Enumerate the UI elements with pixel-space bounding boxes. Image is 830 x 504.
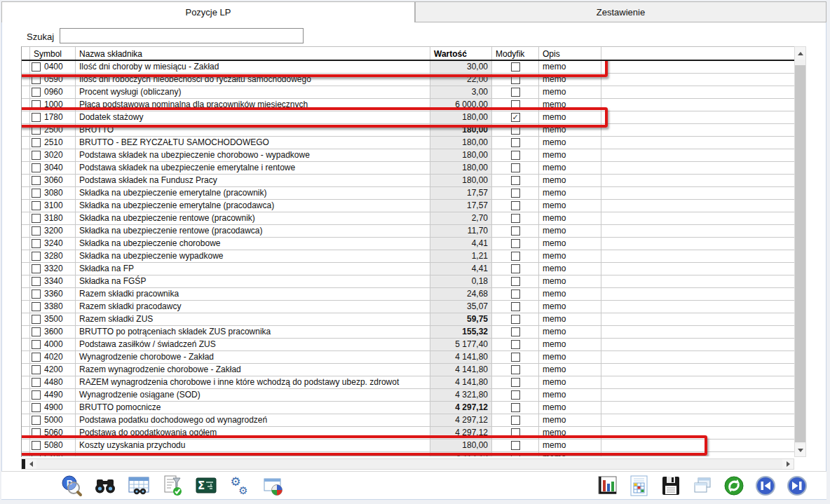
- header-modify[interactable]: Modyfik: [492, 47, 539, 60]
- table-row[interactable]: 3080 Składka na ubezpieczenie emerytalne…: [22, 187, 794, 200]
- skip-to-first-button[interactable]: [753, 473, 778, 498]
- value-cell[interactable]: 17,57: [430, 200, 492, 212]
- vertical-scrollbar[interactable]: [794, 46, 806, 457]
- row-select-checkbox[interactable]: [32, 315, 41, 324]
- value-cell[interactable]: 4 297,12: [430, 427, 492, 440]
- table-row[interactable]: 1780 Dodatek stażowy 180,00 memo: [22, 111, 794, 124]
- table-row[interactable]: 4020 Wynagrodzenie chorobowe - Zakład 4 …: [22, 351, 794, 364]
- row-select-checkbox[interactable]: [32, 151, 41, 160]
- modify-checkbox[interactable]: [511, 239, 520, 248]
- modify-checkbox[interactable]: [511, 277, 520, 286]
- table-row[interactable]: 3240 Składka na ubezpieczenie chorobowe …: [22, 238, 794, 250]
- value-cell[interactable]: 6 000,00: [430, 99, 492, 111]
- row-select-checkbox[interactable]: [32, 441, 41, 450]
- desc-cell[interactable]: memo: [539, 238, 601, 250]
- table-row[interactable]: 3200 Składka na ubezpieczenie rentowe (p…: [22, 225, 794, 238]
- desc-cell[interactable]: memo: [539, 263, 601, 275]
- scroll-up-button[interactable]: [795, 47, 805, 60]
- table-row[interactable]: 4490 Wynagrodzenie osiągane (SOD) 4 321,…: [22, 389, 794, 402]
- modify-checkbox[interactable]: [511, 100, 520, 109]
- modify-checkbox[interactable]: [511, 252, 520, 261]
- table-row[interactable]: 5060 Podstawa do opodatkowania ogółem 4 …: [22, 427, 794, 440]
- desc-cell[interactable]: memo: [539, 440, 601, 452]
- row-select-checkbox[interactable]: [32, 88, 41, 97]
- modify-checkbox[interactable]: [511, 176, 520, 185]
- desc-cell[interactable]: memo: [539, 74, 601, 86]
- table-search-button[interactable]: [126, 473, 151, 498]
- row-select-checkbox[interactable]: [32, 403, 41, 412]
- desc-cell[interactable]: memo: [539, 326, 601, 339]
- modify-checkbox[interactable]: [511, 428, 520, 437]
- value-cell[interactable]: 4,41: [430, 238, 492, 250]
- value-cell[interactable]: 4 141,80: [430, 351, 492, 364]
- modify-checkbox[interactable]: [511, 390, 520, 400]
- table-row[interactable]: 0400 Ilość dni choroby w miesiącu - Zakł…: [22, 61, 794, 74]
- header-name[interactable]: Nazwa składnika: [76, 47, 430, 60]
- search-input[interactable]: [60, 28, 304, 43]
- desc-cell[interactable]: memo: [539, 200, 601, 212]
- desc-cell[interactable]: memo: [539, 250, 601, 263]
- table-row[interactable]: 0960 Procent wysługi (obliczany) 3,00 me…: [22, 86, 794, 99]
- value-cell[interactable]: 180,00: [430, 137, 492, 149]
- value-cell[interactable]: 17,57: [430, 187, 492, 200]
- modify-checkbox[interactable]: [511, 75, 520, 84]
- row-select-checkbox[interactable]: [32, 302, 41, 311]
- table-row[interactable]: 4200 Razem wynagrodzenie chorobowe - Zak…: [22, 364, 794, 376]
- row-select-checkbox[interactable]: [32, 277, 41, 286]
- row-select-checkbox[interactable]: [32, 340, 41, 349]
- value-cell[interactable]: 4 141,80: [430, 364, 492, 376]
- binoculars-search-button[interactable]: [93, 473, 118, 498]
- value-cell[interactable]: 180,00: [430, 124, 492, 137]
- value-cell[interactable]: 180,00: [430, 111, 492, 124]
- value-cell[interactable]: 180,00: [430, 175, 492, 187]
- horizontal-scroll-track[interactable]: [36, 459, 782, 469]
- modify-checkbox[interactable]: [511, 113, 520, 122]
- modify-checkbox[interactable]: [511, 365, 520, 374]
- value-cell[interactable]: 35,07: [430, 301, 492, 313]
- table-row[interactable]: 5100 4 117,12 memo: [22, 452, 794, 456]
- scroll-left-button[interactable]: [25, 459, 36, 469]
- value-cell[interactable]: 1,21: [430, 250, 492, 263]
- modify-checkbox[interactable]: [511, 378, 520, 387]
- bar-chart-button[interactable]: [595, 473, 620, 498]
- value-cell[interactable]: 180,00: [430, 440, 492, 452]
- row-select-checkbox[interactable]: [32, 226, 41, 236]
- desc-cell[interactable]: memo: [539, 301, 601, 313]
- value-cell[interactable]: 4 321,80: [430, 389, 492, 402]
- windows-cascade-button[interactable]: [690, 473, 715, 498]
- table-row[interactable]: 3060 Podstawa składek na Fundusz Pracy 1…: [22, 175, 794, 187]
- modify-checkbox[interactable]: [511, 138, 520, 147]
- desc-cell[interactable]: memo: [539, 364, 601, 376]
- row-select-checkbox[interactable]: [32, 416, 41, 425]
- table-row[interactable]: 4900 BRUTTO pomocnicze 4 297,12 memo: [22, 402, 794, 414]
- table-row[interactable]: 5080 Koszty uzyskania przychodu 180,00 m…: [22, 440, 794, 452]
- window-pie-chart-button[interactable]: [261, 473, 286, 498]
- desc-cell[interactable]: memo: [539, 225, 601, 238]
- modify-checkbox[interactable]: [511, 62, 520, 71]
- desc-cell[interactable]: memo: [539, 111, 601, 124]
- table-row[interactable]: 2510 BRUTTO - BEZ RYCZAŁTU SAMOCHODOWEGO…: [22, 137, 794, 149]
- modify-checkbox[interactable]: [511, 226, 520, 236]
- value-cell[interactable]: 24,68: [430, 288, 492, 301]
- value-cell[interactable]: 4 117,12: [430, 452, 492, 456]
- desc-cell[interactable]: memo: [539, 414, 601, 427]
- modify-checkbox[interactable]: [511, 403, 520, 412]
- row-select-checkbox[interactable]: [32, 100, 41, 109]
- value-cell[interactable]: 180,00: [430, 149, 492, 162]
- save-floppy-button[interactable]: [658, 473, 683, 498]
- scroll-right-button[interactable]: [782, 459, 794, 469]
- value-cell[interactable]: 5 177,40: [430, 339, 492, 351]
- value-cell[interactable]: 22,00: [430, 74, 492, 86]
- row-select-checkbox[interactable]: [32, 138, 41, 147]
- row-select-checkbox[interactable]: [32, 62, 41, 71]
- row-select-checkbox[interactable]: [32, 365, 41, 374]
- modify-checkbox[interactable]: [511, 201, 520, 210]
- modify-checkbox[interactable]: [511, 214, 520, 223]
- value-cell[interactable]: 180,00: [430, 162, 492, 175]
- desc-cell[interactable]: memo: [539, 61, 601, 74]
- modify-checkbox[interactable]: [511, 290, 520, 299]
- table-row[interactable]: 3380 Razem składki pracodawcy 35,07 memo: [22, 301, 794, 313]
- row-select-checkbox[interactable]: [32, 75, 41, 84]
- refresh-button[interactable]: [721, 473, 747, 498]
- desc-cell[interactable]: memo: [539, 389, 601, 402]
